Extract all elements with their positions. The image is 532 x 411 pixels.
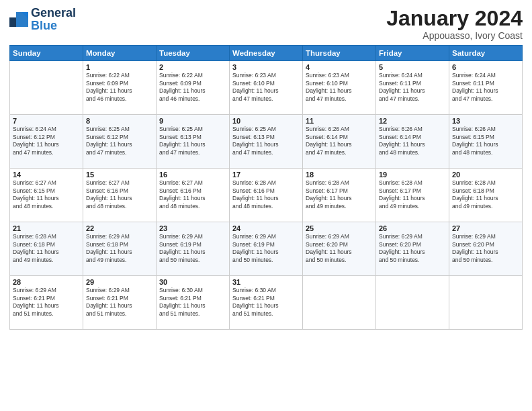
day-info: Sunrise: 6:23 AM Sunset: 6:10 PM Dayligh… [306,72,373,103]
table-row: 24Sunrise: 6:29 AM Sunset: 6:19 PM Dayli… [230,222,303,276]
table-row: 27Sunrise: 6:29 AM Sunset: 6:20 PM Dayli… [449,222,523,276]
logo-blue: Blue [31,19,57,32]
day-info: Sunrise: 6:28 AM Sunset: 6:16 PM Dayligh… [232,179,300,210]
day-number: 1 [86,63,153,71]
day-number: 7 [13,117,80,125]
table-row [10,61,83,115]
table-row: 8Sunrise: 6:25 AM Sunset: 6:12 PM Daylig… [83,115,157,169]
day-number: 19 [379,171,446,179]
day-number: 5 [379,63,446,71]
day-number: 6 [452,63,519,71]
day-number: 31 [232,278,300,286]
day-info: Sunrise: 6:24 AM Sunset: 6:11 PM Dayligh… [452,72,519,103]
calendar-table: Sunday Monday Tuesday Wednesday Thursday… [9,45,523,330]
table-row: 15Sunrise: 6:27 AM Sunset: 6:16 PM Dayli… [83,169,157,222]
table-row: 17Sunrise: 6:28 AM Sunset: 6:16 PM Dayli… [230,169,303,222]
day-number: 27 [452,224,519,232]
day-number: 29 [86,278,153,286]
day-info: Sunrise: 6:25 AM Sunset: 6:13 PM Dayligh… [159,126,226,156]
day-info: Sunrise: 6:26 AM Sunset: 6:15 PM Dayligh… [452,126,519,156]
table-row: 30Sunrise: 6:30 AM Sunset: 6:21 PM Dayli… [157,276,230,330]
table-row: 11Sunrise: 6:26 AM Sunset: 6:14 PM Dayli… [303,115,376,169]
col-tuesday: Tuesday [157,46,230,61]
day-number: 26 [379,224,446,232]
day-info: Sunrise: 6:29 AM Sunset: 6:20 PM Dayligh… [379,233,446,264]
day-number: 8 [86,117,153,125]
table-row: 19Sunrise: 6:28 AM Sunset: 6:17 PM Dayli… [376,169,449,222]
col-monday: Monday [83,46,157,61]
day-number: 21 [13,224,80,232]
day-info: Sunrise: 6:27 AM Sunset: 6:16 PM Dayligh… [86,179,153,210]
table-row: 3Sunrise: 6:23 AM Sunset: 6:10 PM Daylig… [230,61,303,115]
day-number: 25 [306,224,373,232]
col-friday: Friday [376,46,449,61]
table-row: 1Sunrise: 6:22 AM Sunset: 6:09 PM Daylig… [83,61,157,115]
table-row [449,276,523,330]
day-number: 14 [13,171,80,179]
day-number: 16 [159,171,226,179]
day-info: Sunrise: 6:29 AM Sunset: 6:21 PM Dayligh… [13,287,80,318]
table-row: 14Sunrise: 6:27 AM Sunset: 6:15 PM Dayli… [10,169,83,222]
day-info: Sunrise: 6:27 AM Sunset: 6:16 PM Dayligh… [159,179,226,210]
day-number: 2 [159,63,226,71]
day-number: 15 [86,171,153,179]
table-row: 2Sunrise: 6:22 AM Sunset: 6:09 PM Daylig… [157,61,230,115]
day-number: 12 [379,117,446,125]
table-row: 13Sunrise: 6:26 AM Sunset: 6:15 PM Dayli… [449,115,523,169]
table-row: 25Sunrise: 6:29 AM Sunset: 6:20 PM Dayli… [303,222,376,276]
day-number: 13 [452,117,519,125]
table-row: 7Sunrise: 6:24 AM Sunset: 6:12 PM Daylig… [10,115,83,169]
day-number: 9 [159,117,226,125]
day-info: Sunrise: 6:29 AM Sunset: 6:18 PM Dayligh… [86,233,153,264]
day-info: Sunrise: 6:30 AM Sunset: 6:21 PM Dayligh… [159,287,226,318]
location: Appouasso, Ivory Coast [386,30,523,41]
day-info: Sunrise: 6:24 AM Sunset: 6:12 PM Dayligh… [13,126,80,156]
table-row: 22Sunrise: 6:29 AM Sunset: 6:18 PM Dayli… [83,222,157,276]
day-info: Sunrise: 6:29 AM Sunset: 6:19 PM Dayligh… [232,233,300,264]
day-info: Sunrise: 6:28 AM Sunset: 6:17 PM Dayligh… [379,179,446,210]
table-row: 9Sunrise: 6:25 AM Sunset: 6:13 PM Daylig… [157,115,230,169]
day-info: Sunrise: 6:29 AM Sunset: 6:21 PM Dayligh… [86,287,153,318]
day-number: 4 [306,63,373,71]
day-number: 18 [306,171,373,179]
table-row: 20Sunrise: 6:28 AM Sunset: 6:18 PM Dayli… [449,169,523,222]
calendar-header: Sunday Monday Tuesday Wednesday Thursday… [10,46,523,61]
logo: General Blue [9,7,76,32]
col-thursday: Thursday [303,46,376,61]
page-container: General Blue January 2024 Appouasso, Ivo… [0,0,532,336]
day-info: Sunrise: 6:22 AM Sunset: 6:09 PM Dayligh… [86,72,153,103]
logo-general: General [31,6,76,19]
day-info: Sunrise: 6:26 AM Sunset: 6:14 PM Dayligh… [306,126,373,156]
day-number: 10 [232,117,300,125]
day-number: 28 [13,278,80,286]
day-info: Sunrise: 6:22 AM Sunset: 6:09 PM Dayligh… [159,72,226,103]
day-number: 17 [232,171,300,179]
table-row [376,276,449,330]
day-info: Sunrise: 6:30 AM Sunset: 6:21 PM Dayligh… [232,287,300,318]
day-info: Sunrise: 6:28 AM Sunset: 6:17 PM Dayligh… [306,179,373,210]
day-info: Sunrise: 6:27 AM Sunset: 6:15 PM Dayligh… [13,179,80,210]
table-row: 21Sunrise: 6:28 AM Sunset: 6:18 PM Dayli… [10,222,83,276]
day-number: 22 [86,224,153,232]
table-row: 23Sunrise: 6:29 AM Sunset: 6:19 PM Dayli… [157,222,230,276]
day-info: Sunrise: 6:28 AM Sunset: 6:18 PM Dayligh… [452,179,519,210]
day-number: 30 [159,278,226,286]
month-title: January 2024 [386,7,523,30]
header: General Blue January 2024 Appouasso, Ivo… [9,7,523,41]
day-info: Sunrise: 6:24 AM Sunset: 6:11 PM Dayligh… [379,72,446,103]
day-info: Sunrise: 6:29 AM Sunset: 6:19 PM Dayligh… [159,233,226,264]
table-row: 29Sunrise: 6:29 AM Sunset: 6:21 PM Dayli… [83,276,157,330]
day-info: Sunrise: 6:25 AM Sunset: 6:13 PM Dayligh… [232,126,300,156]
day-info: Sunrise: 6:23 AM Sunset: 6:10 PM Dayligh… [232,72,300,103]
table-row: 4Sunrise: 6:23 AM Sunset: 6:10 PM Daylig… [303,61,376,115]
day-info: Sunrise: 6:25 AM Sunset: 6:12 PM Dayligh… [86,126,153,156]
table-row: 28Sunrise: 6:29 AM Sunset: 6:21 PM Dayli… [10,276,83,330]
col-sunday: Sunday [10,46,83,61]
table-row: 31Sunrise: 6:30 AM Sunset: 6:21 PM Dayli… [230,276,303,330]
day-number: 20 [452,171,519,179]
table-row: 16Sunrise: 6:27 AM Sunset: 6:16 PM Dayli… [157,169,230,222]
table-row: 6Sunrise: 6:24 AM Sunset: 6:11 PM Daylig… [449,61,523,115]
table-row: 5Sunrise: 6:24 AM Sunset: 6:11 PM Daylig… [376,61,449,115]
table-row: 12Sunrise: 6:26 AM Sunset: 6:14 PM Dayli… [376,115,449,169]
day-info: Sunrise: 6:29 AM Sunset: 6:20 PM Dayligh… [306,233,373,264]
